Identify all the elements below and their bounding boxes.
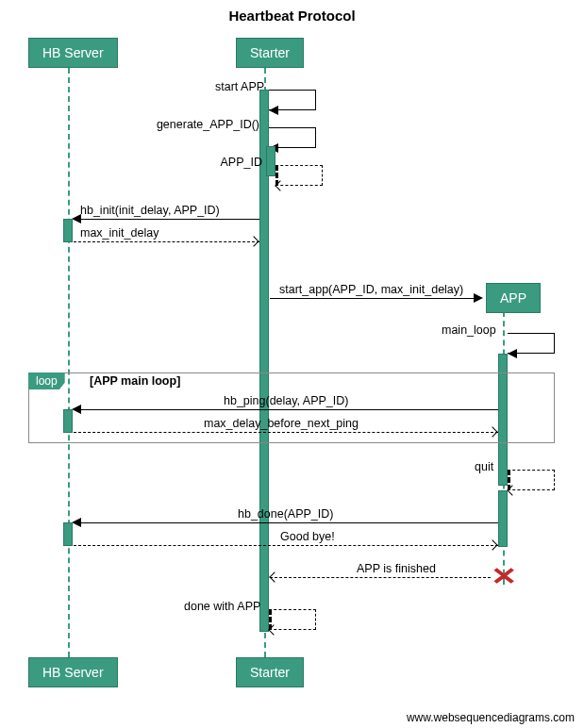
msg-hb-init: hb_init(init_delay, APP_ID) [80,204,220,217]
actor-hb-server-bottom: HB Server [28,657,118,687]
msg-quit: quit [475,460,493,473]
arrowhead-app-finished [269,571,279,582]
arrowhead-hb-done [72,518,81,527]
sequence-diagram: Heartbeat Protocol HB Server Starter HB … [0,0,584,728]
msg-main-loop: main_loop [442,323,496,337]
arrowhead-max-init-delay [248,236,259,246]
msg-good-bye: Good bye! [280,530,335,543]
arrow-hb-done [74,522,498,523]
arrowhead-start-app-call [474,293,483,303]
actor-app: APP [486,283,541,313]
arrowhead-hb-init [72,214,81,223]
activation-starter-genid [266,146,275,176]
arrow-hb-init [74,219,259,220]
arrowhead-hb-ping [72,405,81,414]
activation-hb-server-done [63,522,73,546]
activation-app-done [498,490,508,547]
arrow-max-init-delay [74,241,259,242]
loop-tag: loop [28,372,65,389]
actor-starter-bottom: Starter [236,657,304,687]
arrow-main-loop [508,349,517,358]
actor-hb-server-top: HB Server [28,38,118,68]
actor-starter-top: Starter [236,38,304,68]
diagram-title: Heartbeat Protocol [0,8,584,24]
destroy-app-icon: ✕ [491,562,518,591]
msg-app-id: APP_ID [220,156,262,169]
msg-hb-ping: hb_ping(delay, APP_ID) [224,394,349,407]
arrow-app-finished [270,577,491,578]
activation-hb-server-ping [63,409,73,433]
footer-credit: www.websequencediagrams.com [407,711,575,724]
activation-hb-server-init [63,219,73,242]
arrow-good-bye [74,545,498,546]
msg-done-with-app: done with APP [184,600,260,613]
arrowhead-good-bye [487,539,497,550]
arrow-max-delay-next [74,432,498,433]
msg-start-app-self: start APP [215,80,260,93]
arrow-start-app-call [270,298,481,299]
arrow-hb-ping [74,409,498,410]
loop-label: [APP main loop] [90,374,180,388]
msg-generate-id: generate_APP_ID() [156,118,259,131]
msg-max-delay-next: max_delay_before_next_ping [204,417,359,430]
arrow-start-app-self [269,106,278,115]
msg-hb-done: hb_done(APP_ID) [238,507,333,521]
msg-app-finished: APP is finished [357,562,436,575]
msg-max-init-delay: max_init_delay [80,226,159,240]
msg-start-app-call: start_app(APP_ID, max_init_delay) [279,283,463,296]
lifeline-hb-server [68,68,70,657]
